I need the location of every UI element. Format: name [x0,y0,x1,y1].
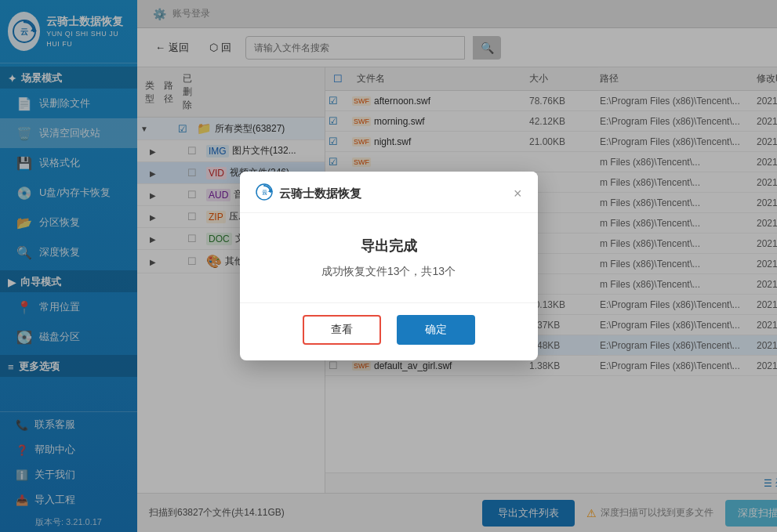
dialog-overlay[interactable]: 云 云骑士数据恢复 × 导出完成 成功恢复文件13个，共13个 查看 确定 [0,0,777,532]
dialog-main-text: 导出完成 [256,237,522,255]
dialog-sub-text: 成功恢复文件13个，共13个 [256,265,522,279]
dialog-footer: 查看 确定 [240,302,538,360]
dialog-close-button[interactable]: × [514,186,522,202]
dialog-confirm-button[interactable]: 确定 [397,315,475,345]
dialog-title-bar: 云 云骑士数据恢复 × [240,172,538,213]
dialog-logo-icon: 云 [256,183,273,204]
dialog-view-button[interactable]: 查看 [303,315,381,345]
dialog-title: 云 云骑士数据恢复 [256,183,361,204]
export-complete-dialog: 云 云骑士数据恢复 × 导出完成 成功恢复文件13个，共13个 查看 确定 [240,172,538,360]
svg-text:云: 云 [261,190,267,195]
dialog-body: 导出完成 成功恢复文件13个，共13个 [240,213,538,302]
